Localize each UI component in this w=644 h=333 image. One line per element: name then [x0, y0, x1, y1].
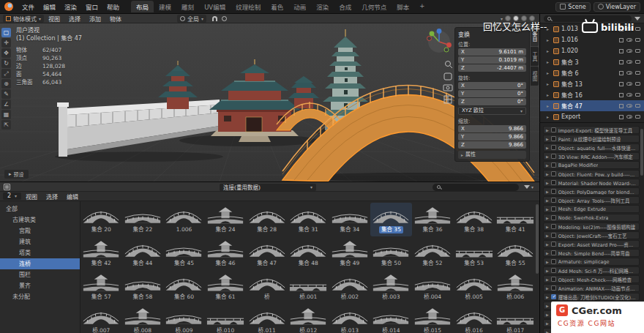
addon-row[interactable]: ▶ Object: PolyDamage for blender----破损插件: [543, 187, 640, 195]
addon-row[interactable]: ▶ Object: Fluent: Pow..y build----硬表面建模: [543, 170, 640, 178]
asset-item[interactable]: 桥.017: [495, 304, 536, 333]
expand-icon[interactable]: ▶: [546, 190, 549, 194]
scale-field[interactable]: X9.866: [458, 125, 526, 132]
asset-item[interactable]: 集合 34: [329, 203, 371, 236]
tool-button[interactable]: ∠: [1, 100, 11, 109]
expand-icon[interactable]: ▶: [546, 286, 549, 291]
camera-render-icon[interactable]: [635, 82, 640, 86]
addon-row[interactable]: ▶ Node: Swerhok-Extra: [543, 214, 640, 222]
workspace-tab[interactable]: 渲染: [311, 1, 334, 12]
addon-checkbox[interactable]: [551, 242, 556, 247]
addon-checkbox[interactable]: [551, 145, 556, 150]
addon-checkbox[interactable]: [551, 136, 556, 141]
expand-icon[interactable]: ▶: [546, 242, 549, 247]
outliner-row[interactable]: ▸ 1.020: [540, 45, 644, 56]
asset-item[interactable]: 1.006: [163, 203, 205, 236]
viewport-menu-item[interactable]: 物体: [105, 13, 126, 24]
addon-checkbox[interactable]: [551, 180, 556, 185]
catalog-item[interactable]: 宫殿: [0, 225, 80, 236]
catalog-item[interactable]: 未分配: [0, 291, 80, 302]
addon-checkbox[interactable]: [551, 285, 556, 291]
expand-icon[interactable]: ▶: [546, 295, 549, 299]
addon-row[interactable]: ▶ Export: Asset Wizard Pro----资产向导专业版: [543, 240, 640, 248]
asset-item[interactable]: 桥.003: [370, 270, 412, 304]
workspace-tab[interactable]: 动画: [288, 1, 311, 12]
asset-item[interactable]: 集合 52: [412, 236, 454, 270]
filter-icon[interactable]: [634, 17, 640, 20]
catalog-item[interactable]: 景齐: [0, 280, 80, 291]
tool-button[interactable]: ▢: [1, 28, 11, 37]
asset-item[interactable]: 集合 44: [122, 236, 164, 270]
rotation-field[interactable]: Z0°: [458, 98, 526, 105]
topbar-menu-item[interactable]: 窗口: [81, 1, 102, 12]
addon-scrollbar[interactable]: [640, 129, 643, 176]
transform-orientation[interactable]: 全局 ▾: [177, 15, 206, 23]
addon-row[interactable]: ▶ Object: Mesh-Check----网格检查: [543, 275, 640, 283]
addon-row[interactable]: ▶ Material: Shader Node Wizard----材质向导: [543, 179, 640, 187]
asset-item[interactable]: 集合 61: [205, 270, 247, 304]
addon-row[interactable]: ▶ Paint: 从纹理中创建绘制预设: [543, 135, 640, 143]
camera-render-icon[interactable]: [635, 115, 640, 119]
asset-item[interactable]: 集合 41: [495, 203, 536, 236]
catalog-item[interactable]: 全部: [0, 203, 80, 214]
camera-render-icon[interactable]: [635, 60, 640, 64]
expand-icon[interactable]: ▶: [546, 321, 549, 326]
scale-field[interactable]: Z9.866: [458, 141, 526, 149]
expand-icon[interactable]: ▶: [546, 216, 549, 220]
viewport-menu-item[interactable]: 添加: [85, 13, 105, 24]
camera-render-icon[interactable]: [635, 27, 640, 31]
expand-icon[interactable]: ▶: [546, 330, 549, 333]
scale-field[interactable]: Y9.866: [458, 133, 526, 141]
outliner-row[interactable]: ▸ Export: [540, 111, 644, 122]
workspace-tab[interactable]: 建模: [154, 1, 176, 12]
addon-checkbox[interactable]: [551, 127, 556, 132]
checkbox-icon[interactable]: [619, 104, 624, 108]
proportional-edit-icon[interactable]: [222, 16, 227, 21]
expand-icon[interactable]: ▶: [546, 172, 549, 176]
tool-button[interactable]: ▦: [1, 110, 11, 119]
addon-checkbox[interactable]: [551, 277, 556, 282]
addon-checkbox[interactable]: [551, 268, 556, 273]
expand-icon[interactable]: ▶: [546, 146, 549, 150]
addon-checkbox[interactable]: [551, 162, 556, 168]
addon-row[interactable]: ▶ BagaPie Modifier: [543, 161, 640, 169]
expand-icon[interactable]: ▸: [547, 70, 551, 75]
asset-item[interactable]: 集合 48: [288, 236, 329, 270]
workspace-tab[interactable]: 合成: [334, 1, 356, 12]
tool-button[interactable]: ⊕: [1, 79, 11, 89]
checkbox-icon[interactable]: [619, 93, 624, 97]
camera-render-icon[interactable]: [635, 104, 640, 108]
tool-button[interactable]: ⤢: [1, 69, 11, 78]
workspace-tab[interactable]: 纹理绘制: [231, 1, 266, 12]
addon-row[interactable]: ▶ Modeling: ke(2)m----图像剪辑构建: [543, 222, 640, 231]
asset-item[interactable]: 集合 53: [453, 236, 495, 270]
expand-icon[interactable]: ▶: [546, 269, 549, 273]
addon-row[interactable]: ▶ 3D View: RRC Addon----汽车绑定: [543, 152, 640, 160]
outliner-row[interactable]: ▸ 集合 13: [540, 78, 644, 89]
asset-item[interactable]: 集合 57: [80, 270, 122, 304]
sidebar-tab[interactable]: 视图: [531, 67, 539, 86]
3d-viewport[interactable]: ▢✛✥↻⤢⊕✎∠▦⇱ 用户透视 (1) Collection | 集合 47 物…: [0, 23, 539, 182]
asset-item[interactable]: 集合 60: [163, 270, 205, 304]
addon-checkbox[interactable]: [551, 206, 556, 212]
expand-icon[interactable]: ▶: [546, 154, 549, 159]
expand-icon[interactable]: ▶: [546, 277, 549, 282]
catalog-item[interactable]: 古建筑类: [0, 214, 80, 225]
expand-icon[interactable]: ▸: [547, 103, 551, 108]
addon-row[interactable]: ▶ Object: Array_Tools----阵列工具: [543, 196, 640, 204]
outliner-row[interactable]: ▸ 集合 3: [540, 56, 644, 67]
eye-icon[interactable]: [626, 82, 632, 86]
workspace-tab[interactable]: 布局: [131, 1, 154, 12]
asset-scrollbar[interactable]: [536, 204, 539, 274]
expand-icon[interactable]: ▸: [547, 92, 551, 97]
asset-item[interactable]: 集合 47: [246, 236, 288, 270]
addon-row[interactable]: ▶ Import-Export: 模型快速互导工具: [543, 126, 640, 134]
asset-item[interactable]: 集合 20: [80, 203, 122, 236]
expand-icon[interactable]: ▸: [547, 59, 551, 64]
expand-icon[interactable]: ▶: [546, 260, 549, 264]
addon-checkbox[interactable]: [551, 233, 556, 238]
snap-magnet-icon[interactable]: [212, 16, 217, 21]
workspace-tab[interactable]: 几何节点: [356, 1, 392, 12]
presets-collapse[interactable]: ▸预设: [4, 170, 29, 179]
eye-icon[interactable]: [626, 60, 632, 64]
